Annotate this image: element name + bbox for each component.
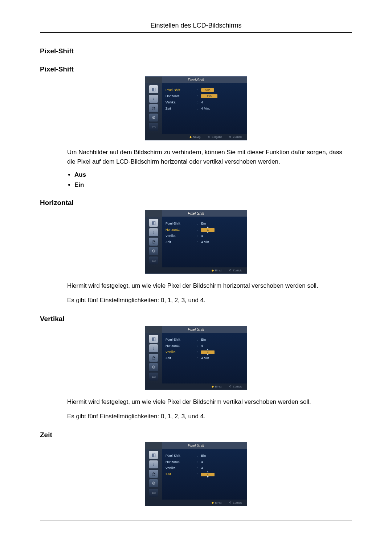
osd-row-zeit: Zeit : 4 Min. [166,355,243,361]
clock-icon: ◔ [149,354,158,362]
gear-icon: ⚙ [149,114,158,122]
picture-icon: ◧ [149,219,158,227]
osd-row-horizontal: Horizontal : 4 [166,459,243,465]
clock-icon: ◔ [149,104,158,112]
osd-icon-column: ◧ ♪ ◔ ⚙ ▭ [145,83,162,134]
sound-icon: ♪ [149,228,158,236]
picture-icon: ◧ [149,85,158,93]
osd-screenshot-zeit: Pixel-Shift ◧ ♪ ◔ ⚙ ▭ Pixel-Shift : Ein [145,442,247,506]
heading-pixel-shift-sub: Pixel-Shift [40,65,352,73]
osd-footer: ◆Navig. ⏎Eingabe ↺Zurück [145,134,247,140]
heading-horizontal: Horizontal [40,199,352,207]
osd-footer: ◆Einst. ↺Zurück [145,500,247,506]
picture-icon: ◧ [149,451,158,459]
input-icon: ▭ [149,257,158,264]
triangle-down-icon: ▼ [207,231,209,234]
gear-icon: ⚙ [149,363,158,371]
osd-title: Pixel-Shift [145,328,247,332]
osd-row-zeit: Zeit : ▲ 4 ▼ [166,471,243,477]
pixel-shift-description: Um Nachbilder auf dem Bildschirm zu verh… [67,148,352,166]
osd-row-horizontal: Horizontal : ▲ 4 ▼ [166,226,243,233]
triangle-up-icon: ▲ [207,348,209,350]
osd-icon-column: ◧ ♪ ◔ ⚙ ▭ [145,449,162,500]
osd-title: Pixel-Shift [145,212,247,216]
osd-row-pixel-shift: Pixel-Shift : Aus [166,87,243,93]
osd-screenshot-horizontal: Pixel-Shift ◧ ♪ ◔ ⚙ ▭ Pixel-Shift : Ein [145,210,247,274]
heading-zeit: Zeit [40,431,352,439]
osd-row-zeit: Zeit : 4 Min. [166,105,243,111]
input-icon: ▭ [149,489,158,497]
triangle-down-icon: ▼ [207,476,209,478]
input-icon: ▭ [149,373,158,381]
horizontal-description-2: Es gibt fünf Einstellmöglichkeiten: 0, 1… [67,296,352,305]
triangle-down-icon: ▼ [207,353,209,356]
clock-icon: ◔ [149,470,158,478]
vertikal-description-1: Hiermit wird festgelegt, um wie viele Pi… [67,397,352,407]
triangle-up-icon: ▲ [207,226,209,228]
triangle-up-icon: ▲ [207,470,209,473]
heading-vertikal: Vertikal [40,315,352,323]
osd-row-vertikal: Vertikal : 4 [166,99,243,105]
osd-title: Pixel-Shift [145,444,247,448]
osd-row-zeit: Zeit : 4 Min. [166,239,243,245]
gear-icon: ⚙ [149,247,158,255]
sound-icon: ♪ [149,344,158,352]
osd-footer: ◆Einst. ↺Zurück [145,267,247,274]
option-ein: Ein [74,181,352,189]
osd-title: Pixel-Shift [145,78,247,82]
heading-pixel-shift: Pixel-Shift [40,47,352,55]
osd-row-pixel-shift: Pixel-Shift : Ein [166,452,243,459]
osd-row-option-ein: Horizontal : Ein [166,93,243,99]
input-icon: ▭ [149,123,158,131]
gear-icon: ⚙ [149,479,158,487]
page-title: Einstellen des LCD-Bildschirms [40,22,352,33]
osd-screenshot-pixel-shift: Pixel-Shift ◧ ♪ ◔ ⚙ ▭ Pixel-Shift : Aus [145,76,247,140]
sound-icon: ♪ [149,460,158,468]
osd-footer: ◆Einst. ↺Zurück [145,383,247,390]
osd-row-vertikal: Vertikal : 4 [166,233,243,239]
osd-icon-column: ◧ ♪ ◔ ⚙ ▭ [145,217,162,267]
picture-icon: ◧ [149,335,158,343]
osd-screenshot-vertikal: Pixel-Shift ◧ ♪ ◔ ⚙ ▭ Pixel-Shift : Ein [145,326,247,390]
osd-row-vertikal: Vertikal : ▲ 4 ▼ [166,349,243,355]
option-aus: Aus [74,171,352,178]
vertikal-description-2: Es gibt fünf Einstellmöglichkeiten: 0, 1… [67,412,352,421]
osd-row-pixel-shift: Pixel-Shift : Ein [166,336,243,342]
osd-icon-column: ◧ ♪ ◔ ⚙ ▭ [145,333,162,383]
horizontal-description-1: Hiermit wird festgelegt, um wie viele Pi… [67,281,352,291]
clock-icon: ◔ [149,238,158,246]
sound-icon: ♪ [149,95,158,103]
